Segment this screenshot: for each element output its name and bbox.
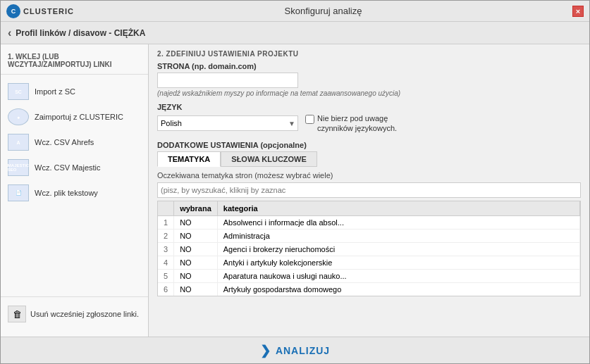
table-row[interactable]: 4 NO Antyki i artykuły kolekcjonerskie [158, 256, 580, 269]
remove-links-button[interactable]: 🗑 Usuń wcześniej zgłoszone linki. [8, 303, 141, 325]
analyze-button[interactable]: ❯ ANALIZUJ [260, 343, 330, 358]
import-txt-label: Wcz. plik tekstowy [35, 189, 98, 197]
row-num-1: 2 [158, 229, 174, 242]
table-container[interactable]: wybrana kategoria 1 NO Absolwenci i info… [157, 201, 581, 296]
row-wybrana-5: NO [174, 282, 218, 296]
row-kategoria-3: Antyki i artykuły kolekcjonerskie [217, 256, 579, 269]
row-num-3: 4 [158, 256, 174, 269]
logo-text: CLUSTERIC [23, 7, 74, 15]
site-input[interactable] [157, 73, 298, 88]
logo-icon-letter: C [11, 8, 16, 15]
additional-label: DODATKOWE USTAWIENIA (opcjonalne) [157, 141, 581, 149]
import-clusteric-icon: ● [8, 108, 29, 125]
import-txt-button[interactable]: 📄 Wcz. plik tekstowy [1, 180, 148, 206]
import-clusteric-button[interactable]: ● Zaimportuj z CLUSTERIC [1, 104, 148, 130]
import-ahrefs-button[interactable]: A Wcz. CSV Ahrefs [1, 130, 148, 155]
no-language-text: Nie bierz pod uwagę czynników językowych… [317, 113, 411, 134]
main-content: 1. WKLEJ (LUB WCZYTAJ/ZAIMPORTUJ) LINKI … [1, 44, 589, 337]
table-wrapper: wybrana kategoria 1 NO Absolwenci i info… [157, 201, 581, 296]
tab-buttons: TEMATYKA SŁOWA KLUCZOWE [157, 151, 581, 167]
main-window: C CLUSTERIC Skonfiguruj analizę × ‹ Prof… [0, 0, 590, 364]
import-majestic-icon: MAJESTIC SEO [8, 159, 29, 176]
no-language-label[interactable]: Nie bierz pod uwagę czynników językowych… [305, 113, 411, 134]
table-row[interactable]: 1 NO Absolwenci i informacje dla absol..… [158, 215, 580, 229]
tab-slowa-kluczowe[interactable]: SŁOWA KLUCZOWE [221, 151, 317, 167]
right-panel: 2. ZDEFINIUJ USTAWIENIA PROJEKTU STRONA … [149, 44, 589, 337]
language-select-wrapper: Polish English German French Spanish ▼ [157, 115, 298, 131]
category-table: wybrana kategoria 1 NO Absolwenci i info… [158, 201, 580, 296]
breadcrumb-bar: ‹ Profil linków / disavow - CIĘŻKA [1, 22, 589, 44]
import-sc-icon: SC [8, 83, 29, 100]
import-ahrefs-label: Wcz. CSV Ahrefs [35, 138, 94, 146]
topic-section-title: Oczekiwana tematyka stron (możesz wybrać… [157, 171, 581, 180]
col-num-header [158, 201, 174, 216]
section-title: 2. ZDEFINIUJ USTAWIENIA PROJEKTU [157, 50, 581, 58]
row-wybrana-3: NO [174, 256, 218, 269]
row-wybrana-0: NO [174, 215, 218, 229]
row-num-2: 3 [158, 242, 174, 256]
no-language-checkbox[interactable] [305, 115, 314, 124]
row-num-5: 6 [158, 282, 174, 296]
language-select[interactable]: Polish English German French Spanish [157, 115, 298, 131]
col-kategoria-header: kategoria [217, 201, 579, 216]
col-wybrana-header: wybrana [174, 201, 218, 216]
row-kategoria-0: Absolwenci i informacje dla absol... [217, 215, 579, 229]
row-kategoria-2: Agenci i brokerzy nieruchomości [217, 242, 579, 256]
bottom-area: 🗑 Usuń wcześniej zgłoszone linki. [1, 296, 148, 331]
row-wybrana-4: NO [174, 269, 218, 282]
table-header-row: wybrana kategoria [158, 201, 580, 216]
row-kategoria-4: Aparatura naukowa i usługi nauko... [217, 269, 579, 282]
window-title: Skonfiguruj analizę [285, 6, 362, 16]
table-row[interactable]: 3 NO Agenci i brokerzy nieruchomości [158, 242, 580, 256]
row-kategoria-1: Administracja [217, 229, 579, 242]
table-row[interactable]: 2 NO Administracja [158, 229, 580, 242]
remove-icon: 🗑 [8, 306, 26, 322]
left-panel-title: 1. WKLEJ (LUB WCZYTAJ/ZAIMPORTUJ) LINKI [1, 50, 148, 75]
remove-links-label: Usuń wcześniej zgłoszone linki. [30, 310, 139, 318]
breadcrumb-text: Profil linków / disavow - CIĘŻKA [16, 28, 145, 38]
site-label: STRONA (np. domain.com) [157, 62, 581, 70]
table-row[interactable]: 5 NO Aparatura naukowa i usługi nauko... [158, 269, 580, 282]
back-button[interactable]: ‹ [8, 27, 11, 39]
row-num-4: 5 [158, 269, 174, 282]
row-wybrana-2: NO [174, 242, 218, 256]
analyze-label: ANALIZUJ [276, 345, 330, 356]
logo: C CLUSTERIC [6, 4, 74, 18]
language-label: JĘZYK [157, 103, 581, 111]
import-ahrefs-icon: A [8, 134, 29, 151]
row-num-0: 1 [158, 215, 174, 229]
topic-search-input[interactable] [157, 182, 581, 198]
import-clusteric-label: Zaimportuj z CLUSTERIC [35, 113, 123, 121]
row-wybrana-1: NO [174, 229, 218, 242]
table-row[interactable]: 6 NO Artykuły gospodarstwa domowego [158, 282, 580, 296]
footer-bar: ❯ ANALIZUJ [1, 337, 589, 363]
analyze-arrow-icon: ❯ [260, 343, 271, 358]
title-bar: C CLUSTERIC Skonfiguruj analizę × [1, 1, 589, 22]
import-sc-label: Import z SC [35, 87, 75, 96]
title-bar-left: C CLUSTERIC [6, 4, 74, 18]
tab-tematyka[interactable]: TEMATYKA [157, 151, 221, 167]
row-kategoria-5: Artykuły gospodarstwa domowego [217, 282, 579, 296]
import-majestic-button[interactable]: MAJESTIC SEO Wcz. CSV Majestic [1, 155, 148, 180]
left-panel: 1. WKLEJ (LUB WCZYTAJ/ZAIMPORTUJ) LINKI … [1, 44, 149, 337]
language-row: Polish English German French Spanish ▼ N… [157, 113, 581, 134]
import-txt-icon: 📄 [8, 184, 29, 201]
logo-icon: C [6, 4, 20, 18]
import-majestic-label: Wcz. CSV Majestic [35, 163, 101, 172]
import-sc-button[interactable]: SC Import z SC [1, 79, 148, 104]
close-button[interactable]: × [572, 6, 584, 17]
additional-section: DODATKOWE USTAWIENIA (opcjonalne) TEMATY… [157, 141, 581, 296]
site-hint: (najedź wskaźnikiem myszy po informacje … [157, 89, 581, 97]
